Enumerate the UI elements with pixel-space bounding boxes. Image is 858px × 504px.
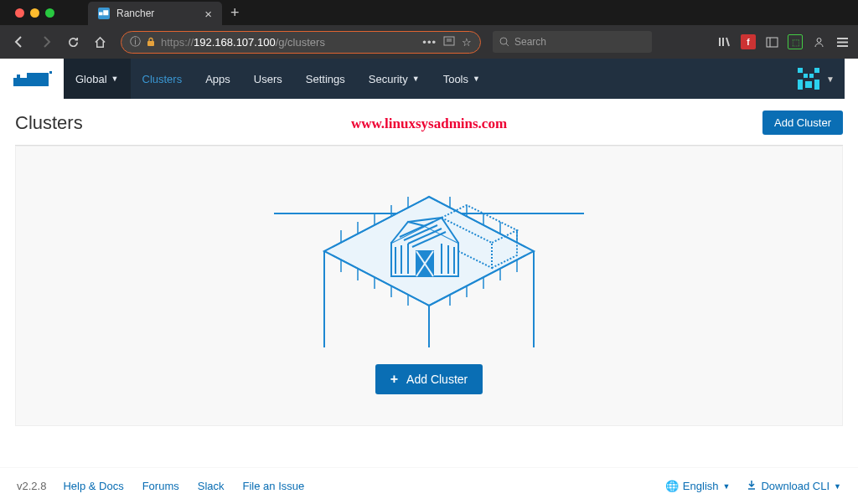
svg-line-10 [726,38,729,46]
svg-rect-23 [814,68,819,73]
nav-global-dropdown[interactable]: Global▼ [64,59,131,99]
nav-clusters[interactable]: Clusters [131,59,194,99]
footer-link-help[interactable]: Help & Docs [63,480,123,492]
new-tab-button[interactable]: + [222,4,248,22]
nav-apps[interactable]: Apps [194,59,242,99]
svg-rect-20 [49,71,52,74]
svg-point-6 [500,38,507,44]
page-actions-icon[interactable]: ••• [422,36,437,49]
chevron-down-icon: ▼ [111,75,119,83]
address-bar[interactable]: ⓘ https://192.168.107.100/g/clusters •••… [121,31,481,54]
svg-line-7 [506,44,509,46]
menu-icon[interactable] [835,34,850,49]
minimize-window-button[interactable] [30,8,39,18]
add-cluster-center-button[interactable]: + Add Cluster [375,364,483,394]
rancher-logo-icon[interactable] [13,66,54,91]
language-selector[interactable]: 🌐 English ▼ [665,480,731,492]
plus-icon: + [390,372,398,387]
browser-chrome: Rancher × + ⓘ https://192.168.107.100/g/… [0,0,858,59]
chevron-down-icon: ▼ [412,75,420,83]
chevron-down-icon: ▼ [723,482,731,491]
search-bar[interactable]: Search [493,31,652,53]
nav-security-dropdown[interactable]: Security▼ [357,59,432,99]
tab-strip: Rancher × + [0,0,858,25]
window-controls [7,8,63,18]
user-avatar-icon[interactable] [796,66,821,91]
svg-rect-19 [17,75,20,80]
footer: v2.2.8 Help & Docs Forums Slack File an … [0,467,858,504]
library-icon[interactable] [717,34,732,49]
svg-rect-2 [147,41,154,46]
tab-title: Rancher [116,8,154,19]
footer-link-slack[interactable]: Slack [198,480,225,492]
chevron-down-icon: ▼ [826,75,835,84]
svg-rect-26 [798,80,803,90]
empty-state-panel: + Add Cluster [15,146,843,426]
svg-point-13 [817,38,821,42]
back-button[interactable] [8,31,30,53]
nav-users[interactable]: Users [242,59,294,99]
page-content: Clusters www.linuxsysadmins.com Add Clus… [0,99,858,426]
download-cli-link[interactable]: Download CLI ▼ [747,480,841,492]
maximize-window-button[interactable] [45,8,54,18]
account-icon[interactable] [811,34,826,49]
reload-button[interactable] [62,31,84,53]
page-title: Clusters [15,112,83,134]
browser-tab[interactable]: Rancher × [88,2,222,25]
search-icon [499,37,509,47]
flash-extension-icon[interactable]: f [741,34,756,49]
svg-rect-18 [27,73,49,86]
svg-rect-11 [767,38,778,47]
version-label: v2.2.8 [17,480,46,492]
lock-icon [146,37,156,47]
footer-link-issue[interactable]: File an Issue [243,480,305,492]
add-cluster-button[interactable]: Add Cluster [762,111,843,135]
toolbar-extensions: f ⬚ [717,34,850,49]
svg-rect-28 [805,81,812,88]
home-button[interactable] [89,31,111,53]
site-info-icon[interactable]: ⓘ [130,34,141,49]
url-text: https://192.168.107.100/g/clusters [161,36,325,49]
svg-rect-22 [798,68,803,73]
forward-button[interactable] [35,31,57,53]
watermark-text: www.linuxsysadmins.com [351,116,507,132]
svg-rect-17 [13,78,28,86]
close-tab-icon[interactable]: × [204,7,212,21]
green-extension-icon[interactable]: ⬚ [788,34,803,49]
chevron-down-icon: ▼ [473,75,480,83]
main-navbar: Global▼ Clusters Apps Users Settings Sec… [64,59,845,99]
page-header: Clusters www.linuxsysadmins.com Add Clus… [15,111,843,135]
svg-rect-0 [99,13,103,16]
nav-tools-dropdown[interactable]: Tools▼ [432,59,492,99]
sidebar-icon[interactable] [764,34,779,49]
nav-settings[interactable]: Settings [294,59,357,99]
chevron-down-icon: ▼ [834,482,841,491]
svg-rect-24 [804,74,808,78]
close-window-button[interactable] [15,8,24,18]
globe-icon: 🌐 [665,480,679,492]
download-icon [747,480,757,492]
footer-link-forums[interactable]: Forums [142,480,179,492]
svg-rect-1 [103,10,108,15]
browser-toolbar: ⓘ https://192.168.107.100/g/clusters •••… [0,25,858,59]
bookmark-star-icon[interactable]: ☆ [462,36,472,49]
rancher-header: Global▼ Clusters Apps Users Settings Sec… [0,59,858,99]
rancher-favicon-icon [98,8,110,19]
search-placeholder: Search [514,36,546,48]
svg-rect-27 [814,80,819,90]
reader-mode-icon[interactable] [443,36,455,49]
empty-farm-illustration-icon [274,172,584,347]
svg-rect-25 [809,74,814,78]
